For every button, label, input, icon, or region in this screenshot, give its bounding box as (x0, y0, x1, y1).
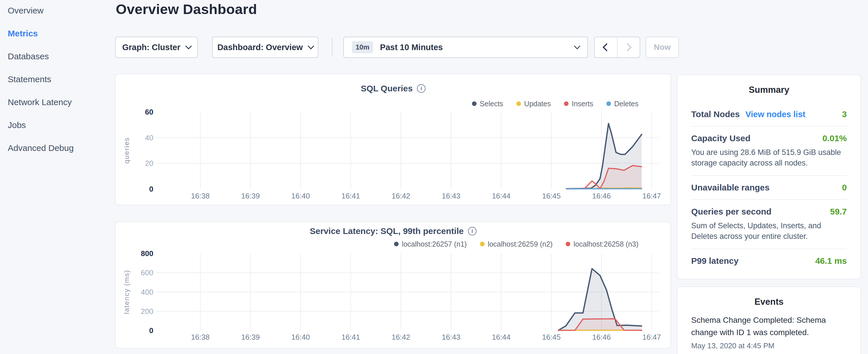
controls-divider (332, 38, 333, 57)
summary-row-value: 59.7 (830, 207, 847, 217)
summary-row-value: 0.01% (823, 133, 847, 143)
svg-text:16:40: 16:40 (291, 333, 310, 342)
summary-row-label: Total Nodes (691, 109, 740, 119)
summary-row: Total NodesView nodes list3 (691, 102, 847, 126)
svg-text:400: 400 (141, 288, 153, 296)
sql-queries-chart-card: SQL QueriesiSelectsUpdatesInsertsDeletes… (115, 74, 671, 205)
event-text: Schema Change Completed: Schema change w… (691, 314, 847, 339)
svg-text:16:41: 16:41 (341, 192, 360, 200)
svg-text:16:38: 16:38 (191, 192, 210, 200)
event-item: Schema Change Completed: Schema change w… (691, 314, 847, 350)
sidebar-item-overview[interactable]: Overview (8, 5, 43, 16)
summary-row-label: Queries per second (691, 207, 771, 217)
summary-panel: Summary Total NodesView nodes list3Capac… (677, 74, 861, 279)
chart-canvas: 16:3816:3916:4016:4116:4216:4316:4416:45… (116, 222, 672, 349)
chevron-down-icon (574, 43, 581, 50)
sidebar-item-metrics[interactable]: Metrics (8, 28, 38, 39)
summary-row-head: Capacity Used0.01% (691, 133, 847, 143)
chevron-down-icon (185, 43, 192, 50)
sidebar-item-advanced-debug[interactable]: Advanced Debug (8, 142, 74, 154)
svg-text:16:42: 16:42 (392, 333, 410, 342)
svg-text:16:40: 16:40 (291, 192, 310, 200)
chevron-left-icon (602, 43, 611, 51)
summary-row-label: Unavailable ranges (691, 183, 769, 192)
event-timestamp: May 13, 2020 at 4:45 PM (691, 342, 847, 350)
service-latency-chart-card: Service Latency: SQL, 99th percentileilo… (115, 221, 671, 349)
summary-row-head: Unavailable ranges0 (691, 183, 847, 192)
now-button[interactable]: Now (646, 37, 679, 58)
summary-row-head: Queries per second59.7 (691, 207, 847, 217)
chevron-down-icon (308, 43, 314, 50)
page-title: Overview Dashboard (116, 1, 257, 17)
dashboard-dropdown-label: Dashboard: Overview (217, 43, 303, 52)
svg-text:16:45: 16:45 (542, 192, 560, 200)
svg-text:16:38: 16:38 (191, 333, 210, 342)
svg-text:16:44: 16:44 (492, 333, 510, 342)
svg-text:16:42: 16:42 (392, 192, 410, 200)
sidebar: OverviewMetricsDatabasesStatementsNetwor… (0, 0, 115, 354)
sidebar-item-databases[interactable]: Databases (8, 51, 49, 62)
svg-text:16:45: 16:45 (542, 333, 560, 342)
time-window-label: Past 10 Minutes (380, 43, 443, 52)
svg-text:16:43: 16:43 (442, 192, 460, 200)
chart-canvas: 16:3816:3916:4016:4116:4216:4316:4416:45… (116, 74, 672, 206)
sidebar-item-statements[interactable]: Statements (8, 74, 51, 85)
svg-text:0: 0 (149, 185, 153, 193)
summary-row-label: P99 latency (691, 256, 739, 266)
events-title: Events (677, 297, 861, 307)
svg-text:800: 800 (141, 249, 153, 258)
svg-text:16:43: 16:43 (442, 333, 460, 342)
svg-text:16:39: 16:39 (241, 333, 260, 342)
time-range-selector[interactable]: 10m Past 10 Minutes (343, 37, 588, 58)
events-panel: Events Schema Change Completed: Schema c… (677, 286, 861, 354)
summary-row-value: 3 (842, 109, 847, 119)
svg-text:latency (ms): latency (ms) (123, 270, 130, 314)
time-back-button[interactable] (595, 37, 617, 57)
dashboard-dropdown[interactable]: Dashboard: Overview (212, 37, 318, 58)
summary-row: Unavailable ranges0 (691, 175, 847, 199)
summary-row: Queries per second59.7Sum of Selects, Up… (691, 199, 847, 249)
svg-text:16:47: 16:47 (642, 192, 661, 200)
svg-text:16:39: 16:39 (241, 192, 260, 200)
summary-title: Summary (677, 85, 861, 95)
summary-row-value: 46.1 ms (815, 256, 847, 266)
svg-text:0: 0 (149, 326, 153, 335)
summary-row-head: P99 latency46.1 ms (691, 256, 847, 266)
time-window-badge: 10m (352, 41, 373, 53)
summary-row-subtext: You are using 28.6 MiB of 515.9 GiB usab… (691, 147, 847, 168)
time-forward-button[interactable] (617, 37, 640, 57)
graph-dropdown-label: Graph: Cluster (122, 43, 180, 52)
graph-dropdown[interactable]: Graph: Cluster (115, 37, 198, 58)
svg-text:600: 600 (141, 268, 153, 277)
time-pager (594, 37, 640, 58)
summary-row: Capacity Used0.01%You are using 28.6 MiB… (691, 126, 847, 175)
svg-text:60: 60 (145, 108, 153, 116)
chevron-right-icon (624, 43, 631, 51)
svg-text:16:44: 16:44 (492, 192, 510, 200)
svg-text:16:46: 16:46 (592, 192, 611, 200)
sidebar-item-network-latency[interactable]: Network Latency (8, 97, 72, 108)
summary-row-value: 0 (842, 183, 847, 192)
summary-row-label: Capacity Used (691, 133, 750, 143)
svg-text:16:47: 16:47 (642, 333, 661, 342)
view-nodes-list-link[interactable]: View nodes list (745, 110, 805, 119)
summary-row: P99 latency46.1 ms (691, 249, 847, 273)
sidebar-item-jobs[interactable]: Jobs (8, 120, 26, 131)
summary-row-subtext: Sum of Selects, Updates, Inserts, and De… (691, 221, 847, 242)
svg-text:40: 40 (145, 133, 153, 142)
svg-text:200: 200 (141, 307, 153, 316)
svg-text:16:41: 16:41 (341, 333, 360, 342)
summary-row-head: Total NodesView nodes list3 (691, 109, 847, 119)
svg-text:queries: queries (123, 137, 130, 164)
svg-text:16:46: 16:46 (592, 333, 611, 342)
svg-text:20: 20 (145, 159, 153, 167)
